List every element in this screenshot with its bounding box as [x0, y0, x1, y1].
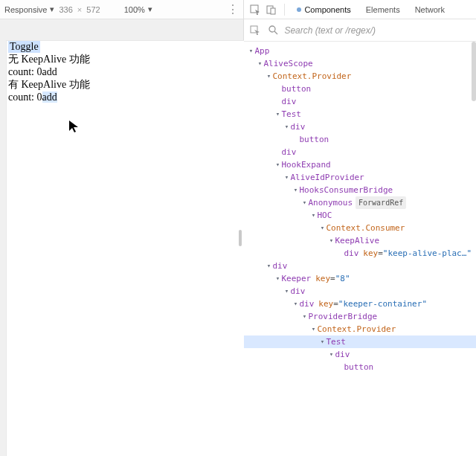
tree-node[interactable]: div	[244, 95, 476, 108]
tree-node[interactable]: ▾AnonymousForwardRef	[244, 196, 476, 209]
node-name: AliveIdProvider	[290, 171, 364, 184]
caret-icon[interactable]: ▾	[247, 45, 254, 57]
node-name: ProviderBridge	[308, 310, 377, 323]
node-name: div	[299, 298, 314, 310]
tree-node[interactable]: ▾Context.Provider	[244, 70, 476, 83]
caret-icon[interactable]: ▾	[309, 209, 317, 222]
dropdown-icon: ▾	[148, 4, 152, 14]
search-icon	[266, 24, 280, 37]
tree-node[interactable]: ▾KeepAlive	[244, 234, 476, 247]
caret-icon[interactable]: ▾	[318, 335, 326, 348]
tree-node[interactable]: button	[244, 83, 476, 95]
add-button-1[interactable]: add	[42, 66, 57, 77]
tree-node[interactable]: ▾Keeperkey=8	[244, 272, 476, 285]
cursor-icon	[68, 119, 83, 134]
caret-icon[interactable]: ▾	[327, 234, 335, 247]
tree-node[interactable]: divkey=keep-alive-plac…	[244, 247, 476, 260]
node-name: HookExpand	[281, 158, 330, 171]
tree-node[interactable]: ▾Test	[244, 335, 476, 348]
toggle-button[interactable]: Toggle	[8, 41, 40, 53]
node-name: div	[272, 260, 287, 272]
viewport-height[interactable]: 572	[86, 5, 100, 14]
tree-node[interactable]: ▾HooksConsumerBridge	[244, 184, 476, 196]
preview-viewport[interactable]: Toggle 无 KeepAlive 功能 count: 0add 有 Keep…	[6, 40, 250, 456]
node-name: Context.Provider	[317, 323, 396, 335]
resize-handle[interactable]	[239, 230, 242, 246]
node-name: div	[290, 285, 305, 298]
inspect-icon[interactable]	[248, 3, 262, 16]
tree-node[interactable]: ▾div	[244, 260, 476, 272]
node-name: KeepAlive	[335, 234, 379, 247]
caret-icon[interactable]: ▾	[283, 285, 290, 298]
tree-node[interactable]: ▾AliveScope	[244, 57, 476, 70]
svg-point-4	[269, 26, 275, 32]
caret-icon[interactable]: ▾	[283, 171, 290, 184]
tree-node[interactable]: ▾Test	[244, 108, 476, 121]
text-has-keepalive: 有 KeepAlive 功能	[7, 78, 249, 91]
left-pane: Responsive ▾ 336 × 572 100% ▾ ⋮ Toggle 无…	[0, 0, 244, 456]
tree-node[interactable]: ▾App	[244, 45, 476, 57]
caret-icon[interactable]: ▾	[309, 323, 317, 335]
search-input[interactable]	[284, 25, 472, 36]
tab-network[interactable]: Network	[409, 2, 451, 17]
dropdown-icon: ▾	[50, 4, 54, 14]
caret-icon[interactable]: ▾	[274, 108, 281, 121]
scrollbar-thumb[interactable]	[472, 42, 476, 101]
zoom-select[interactable]: 100% ▾	[124, 4, 152, 14]
component-tree[interactable]: ▾App▾AliveScope▾Context.Providerbuttondi…	[244, 42, 476, 456]
device-select[interactable]: Responsive ▾	[4, 4, 54, 14]
caret-icon[interactable]: ▾	[274, 272, 281, 285]
tree-node[interactable]: ▾div	[244, 348, 476, 361]
caret-icon[interactable]: ▾	[327, 348, 335, 361]
caret-icon[interactable]: ▾	[265, 70, 272, 83]
caret-icon[interactable]: ▾	[300, 196, 308, 209]
node-name: div	[335, 348, 350, 361]
caret-icon[interactable]: ▾	[283, 121, 290, 133]
svg-rect-2	[271, 8, 275, 14]
tree-node[interactable]: ▾Context.Consumer	[244, 222, 476, 234]
viewport-width[interactable]: 336	[59, 5, 72, 14]
device-toggle-icon[interactable]	[265, 3, 278, 16]
node-name: button	[344, 361, 373, 373]
node-name: AliveScope	[263, 57, 312, 70]
device-toolbar: Responsive ▾ 336 × 572 100% ▾ ⋮	[0, 0, 243, 19]
caret-icon[interactable]: ▾	[292, 298, 299, 310]
caret-icon[interactable]: ▾	[292, 184, 299, 196]
preview-area: Toggle 无 KeepAlive 功能 count: 0add 有 Keep…	[0, 19, 243, 456]
tree-node[interactable]: ▾div	[244, 285, 476, 298]
tree-node[interactable]: ▾HookExpand	[244, 158, 476, 171]
node-name: HooksConsumerBridge	[299, 184, 393, 196]
tab-components[interactable]: Components	[291, 2, 356, 17]
node-name: Context.Consumer	[326, 222, 405, 234]
kebab-icon[interactable]: ⋮	[227, 2, 239, 16]
tree-node[interactable]: ▾ProviderBridge	[244, 310, 476, 323]
tree-node[interactable]: ▾Context.Provider	[244, 323, 476, 335]
node-name: div	[344, 247, 358, 260]
node-name: button	[281, 83, 311, 95]
tree-node[interactable]: ▾divkey=keeper-container	[244, 298, 476, 310]
node-key: key=8	[315, 272, 350, 285]
node-name: HOC	[317, 209, 332, 222]
caret-icon[interactable]: ▾	[318, 222, 326, 234]
node-name: Test	[281, 108, 301, 121]
caret-icon[interactable]: ▾	[300, 310, 308, 323]
text-no-keepalive: 无 KeepAlive 功能	[7, 53, 249, 66]
caret-icon[interactable]: ▾	[256, 57, 263, 70]
device-label: Responsive	[4, 5, 47, 14]
tree-node[interactable]: ▾div	[244, 121, 476, 133]
add-button-2[interactable]: add	[42, 91, 57, 103]
tree-node[interactable]: div	[244, 146, 476, 158]
tree-node[interactable]: ▾HOC	[244, 209, 476, 222]
caret-icon[interactable]: ▾	[265, 260, 272, 272]
tree-node[interactable]: ▾AliveIdProvider	[244, 171, 476, 184]
node-name: App	[254, 45, 269, 57]
select-element-icon[interactable]	[248, 24, 262, 37]
tree-node[interactable]: button	[244, 133, 476, 146]
node-name: div	[290, 121, 305, 133]
node-key: key=keeper-container	[318, 298, 427, 310]
caret-icon[interactable]: ▾	[274, 158, 281, 171]
node-name: Keeper	[281, 272, 311, 285]
zoom-label: 100%	[124, 5, 145, 14]
tab-elements[interactable]: Elements	[360, 2, 406, 17]
tree-node[interactable]: button	[244, 361, 476, 373]
